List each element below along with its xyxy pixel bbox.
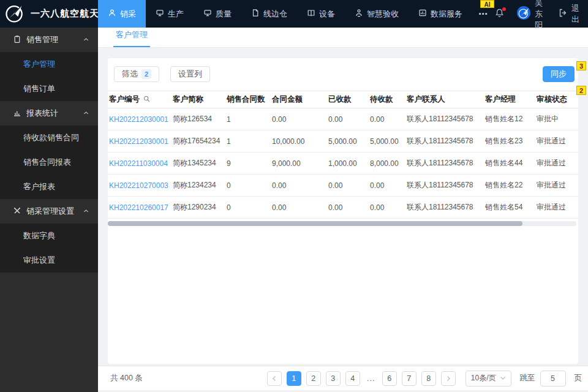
scrollbar-thumb[interactable] — [108, 221, 522, 226]
navbar-right: 吴东阳 退出 — [494, 0, 588, 28]
table-row: KH202211030004 简称1345234 9 9,000.00 1,00… — [108, 153, 578, 175]
logout-button[interactable]: 退出 — [558, 3, 579, 25]
status-cell: 审批通过 — [535, 197, 578, 219]
user-icon — [108, 9, 116, 19]
cell: 1,000.00 — [327, 153, 369, 175]
table-row: KH202212030001 简称126534 1 0.00 0.00 0.00… — [108, 108, 578, 130]
sidebar-section-settings[interactable]: 销采管理设置 — [0, 199, 98, 224]
col-received: 已收款 — [327, 91, 369, 108]
cell: 9,000.00 — [271, 153, 327, 175]
sidebar-item-customer-management[interactable]: 客户管理 — [0, 52, 98, 77]
cell: 销售姓名12 — [484, 108, 535, 130]
nav-item-line-warehouse[interactable]: 线边仓 — [241, 0, 297, 28]
nav-item-data-services[interactable]: 数据服务 — [409, 0, 472, 28]
sidebar-section-report-statistics[interactable]: 报表统计 — [0, 101, 98, 126]
notification-bell-icon[interactable] — [494, 8, 505, 20]
horizontal-scrollbar[interactable] — [108, 221, 576, 226]
book-icon — [307, 9, 315, 19]
page-button-3[interactable]: 3 — [326, 371, 341, 386]
customer-id-link[interactable]: KH202210270003 — [108, 175, 172, 197]
sidebar-filler — [0, 273, 98, 392]
sidebar-section-label: 报表统计 — [26, 108, 58, 119]
sidebar-item-approval-settings[interactable]: 审批设置 — [0, 248, 98, 273]
sidebar-item-receivable-contracts[interactable]: 待收款销售合同 — [0, 126, 98, 150]
nav-item-quality[interactable]: 质量 — [194, 0, 241, 28]
search-icon[interactable] — [143, 95, 151, 105]
jump-page-input[interactable] — [540, 371, 566, 386]
cell: 0.00 — [327, 108, 369, 130]
cell: 1 — [225, 130, 271, 153]
cell: 销售姓名44 — [484, 153, 535, 175]
main-area: 客户管理 筛选 2 设置列 同步 — [98, 28, 588, 392]
page-button-8[interactable]: 8 — [421, 371, 436, 386]
tab-bar: 客户管理 — [98, 28, 588, 48]
customer-id-link[interactable]: KH202212030001 — [108, 130, 172, 153]
cell: 简称1234234 — [172, 175, 225, 197]
nav-item-label: 设备 — [319, 9, 335, 20]
brand: 一六八航空航天 — [0, 0, 98, 28]
cell: 0.00 — [327, 197, 369, 219]
page-size-select[interactable]: 10条/页 — [466, 371, 511, 386]
user-name: 吴东阳 — [535, 0, 547, 31]
monitor-icon — [156, 9, 164, 19]
nav-item-label: 数据服务 — [431, 9, 462, 20]
tab-customer-management[interactable]: 客户管理 — [113, 29, 150, 47]
annotation-ai-badge: AI — [480, 0, 494, 8]
sidebar-section-sales-management[interactable]: 销售管理 — [0, 28, 98, 52]
status-cell: 审批中 — [535, 108, 578, 130]
col-customer-id: 客户编号 — [108, 91, 172, 108]
bar-chart-icon — [13, 108, 21, 119]
customer-id-link[interactable]: KH202212030001 — [108, 108, 172, 130]
nav-item-sales-procurement[interactable]: 销采 — [98, 0, 146, 28]
user-menu[interactable]: 吴东阳 — [516, 0, 547, 31]
filter-button[interactable]: 筛选 2 — [114, 66, 159, 82]
sync-button[interactable]: 同步 — [543, 66, 575, 82]
annotation-badge-3: 3 — [576, 61, 586, 70]
sidebar-item-customer-report[interactable]: 客户报表 — [0, 175, 98, 199]
cell: 0.00 — [271, 197, 327, 219]
status-cell: 审批通过 — [535, 130, 578, 153]
cell: 5,000.00 — [327, 130, 369, 153]
page-button-1[interactable]: 1 — [287, 371, 301, 386]
table-row: KH202210260017 简称1290234 0 0.00 0.00 0.0… — [108, 197, 578, 219]
customer-id-link[interactable]: KH202210260017 — [108, 197, 172, 219]
cell: 0.00 — [369, 197, 405, 219]
tools-icon — [13, 206, 21, 217]
cell: 0 — [225, 197, 271, 219]
nav-item-equipment[interactable]: 设备 — [297, 0, 345, 28]
filter-count-badge: 2 — [141, 69, 151, 79]
sidebar-item-data-dictionary[interactable]: 数据字典 — [0, 224, 98, 248]
nav-item-smart-acceptance[interactable]: 智慧验收 — [345, 0, 409, 28]
page-button-4[interactable]: 4 — [345, 371, 360, 386]
cell: 简称17654234 — [172, 130, 225, 153]
set-columns-button[interactable]: 设置列 — [170, 66, 210, 82]
prev-page-button[interactable] — [267, 371, 282, 386]
cell: 0.00 — [271, 175, 327, 197]
page-button-7[interactable]: 7 — [402, 371, 417, 386]
annotation-badge-2: 2 — [576, 86, 586, 95]
customer-table: 客户编号 客户简称 销售合同数 合同金额 已收款 待收款 客户联系人 客户经理 … — [108, 91, 578, 219]
cell: 0.00 — [327, 175, 369, 197]
notification-dot — [502, 7, 506, 11]
inspector-icon — [355, 9, 363, 19]
chevron-up-icon — [83, 36, 89, 45]
nav-item-production[interactable]: 生产 — [146, 0, 194, 28]
cell: 联系人18112345678 — [405, 153, 484, 175]
sidebar-item-sales-contract-report[interactable]: 销售合同报表 — [0, 150, 98, 175]
nav-item-label: 线边仓 — [263, 9, 287, 20]
brand-logo-icon — [4, 2, 26, 26]
primary-nav: 销采 生产 质量 线边仓 设备 智慧验收 数据服务 ⋯ — [98, 0, 494, 28]
status-cell: 审批通过 — [535, 153, 578, 175]
cell: 0.00 — [369, 108, 405, 130]
sidebar-item-sales-orders[interactable]: 销售订单 — [0, 77, 98, 101]
cell: 8,000.00 — [369, 153, 405, 175]
next-page-button[interactable] — [441, 371, 456, 386]
col-audit-status: 审核状态 — [535, 91, 578, 108]
page-ellipsis[interactable]: ... — [365, 374, 377, 383]
nav-item-label: 智慧验收 — [367, 9, 399, 20]
page-button-2[interactable]: 2 — [306, 371, 321, 386]
customer-id-link[interactable]: KH202211030004 — [108, 153, 172, 175]
col-pending: 待收款 — [369, 91, 405, 108]
page-button-6[interactable]: 6 — [382, 371, 397, 386]
cell: 简称1290234 — [172, 197, 225, 219]
